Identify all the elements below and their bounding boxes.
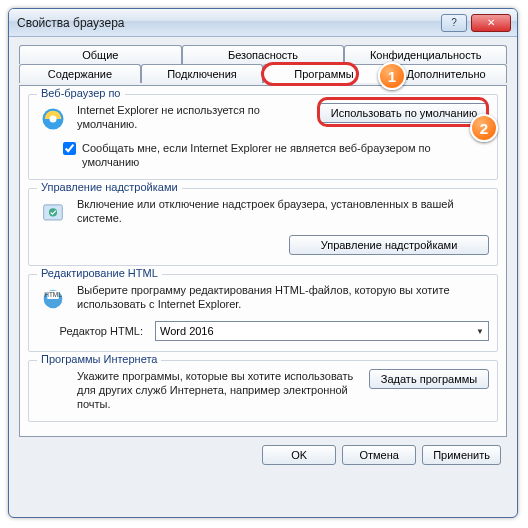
tab-connections[interactable]: Подключения (141, 64, 263, 83)
apply-button[interactable]: Применить (422, 445, 501, 465)
group-legend: Веб-браузер по (37, 87, 125, 99)
html-editor-value: Word 2016 (160, 325, 214, 337)
highlight-tab (261, 62, 359, 86)
group-default-browser: Веб-браузер по Internet Explorer не испо… (28, 94, 498, 180)
notify-checkbox-label: Сообщать мне, если Internet Explorer не … (82, 141, 489, 169)
svg-text:HTML: HTML (44, 291, 62, 298)
manage-addons-button[interactable]: Управление надстройками (289, 235, 489, 255)
group-legend: Редактирование HTML (37, 267, 162, 279)
close-button[interactable]: ✕ (471, 14, 511, 32)
tab-privacy[interactable]: Конфиденциальность (344, 45, 507, 64)
internet-programs-text: Укажите программы, которые вы хотите исп… (77, 369, 361, 411)
notify-checkbox[interactable] (63, 142, 76, 155)
tab-content[interactable]: Содержание (19, 64, 141, 83)
group-internet-programs: Программы Интернета Укажите программы, к… (28, 360, 498, 422)
gear-icon (37, 197, 69, 229)
html-editor-label: Редактор HTML: (37, 324, 147, 338)
callout-1: 1 (378, 62, 406, 90)
html-editor-select[interactable]: Word 2016 (155, 321, 489, 341)
help-button[interactable]: ? (441, 14, 467, 32)
group-legend: Управление надстройками (37, 181, 182, 193)
ok-button[interactable]: OK (262, 445, 336, 465)
group-html-editor: Редактирование HTML HTML Выберите програ… (28, 274, 498, 352)
group-legend: Программы Интернета (37, 353, 161, 365)
tab-general[interactable]: Общие (19, 45, 182, 64)
tab-panel: Веб-браузер по Internet Explorer не испо… (19, 85, 507, 437)
window-title: Свойства браузера (15, 16, 437, 30)
highlight-set-default (317, 97, 489, 127)
cancel-button[interactable]: Отмена (342, 445, 416, 465)
dialog-window: Свойства браузера ? ✕ Общие Безопасность… (8, 8, 518, 518)
callout-2: 2 (470, 114, 498, 142)
tab-strip: Общие Безопасность Конфиденциальность Со… (19, 45, 507, 85)
html-editor-text: Выберите программу редактирования HTML-ф… (77, 283, 489, 311)
default-browser-text: Internet Explorer не используется по умо… (77, 103, 311, 131)
dialog-footer: OK Отмена Применить (19, 437, 507, 465)
titlebar: Свойства браузера ? ✕ (9, 9, 517, 37)
html-icon: HTML (37, 283, 69, 315)
addons-text: Включение или отключение надстроек брауз… (77, 197, 489, 225)
ie-icon (37, 103, 69, 135)
svg-point-1 (50, 116, 57, 123)
set-programs-button[interactable]: Задать программы (369, 369, 489, 389)
svg-point-3 (49, 208, 57, 216)
group-addons: Управление надстройками Включение или от… (28, 188, 498, 266)
